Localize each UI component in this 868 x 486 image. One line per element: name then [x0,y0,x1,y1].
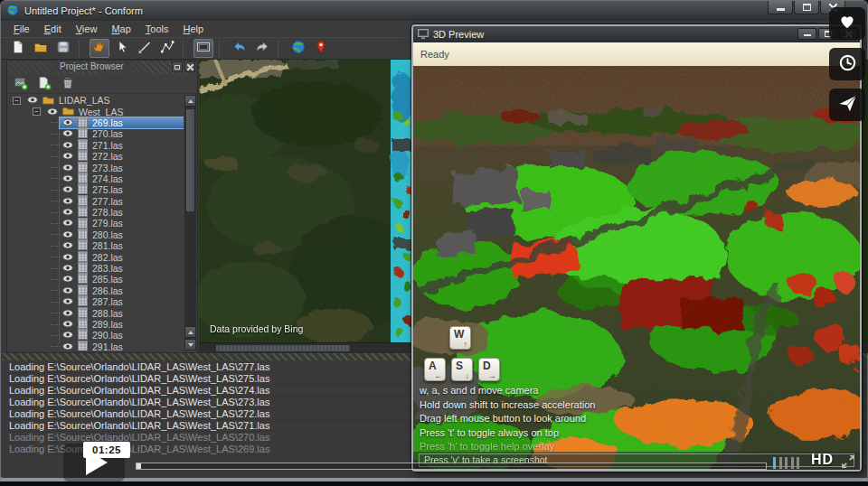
menu-file[interactable]: File [6,23,37,35]
visibility-eye-icon[interactable] [62,263,73,274]
add-raster-button[interactable] [13,76,28,91]
tree-item-file[interactable]: 269.las [9,117,184,128]
project-browser-panel: Project Browser −LIDAR_LAS−West_LAS269.l… [6,60,198,353]
visibility-eye-icon[interactable] [62,207,73,218]
visibility-eye-icon[interactable] [62,196,73,207]
tree-item-file[interactable]: 280.las [9,229,184,240]
tree-item-file[interactable]: 282.las [9,251,184,262]
tree-item-file[interactable]: 289.las [9,319,184,330]
maximize-button[interactable] [794,1,819,14]
tree-item-file[interactable]: 288.las [9,307,184,318]
pan-hand-tool-button[interactable] [90,39,109,58]
visibility-eye-icon[interactable] [62,117,73,128]
visibility-eye-icon[interactable] [27,95,38,106]
tree-item-file[interactable]: 287.las [9,296,184,307]
menu-tools[interactable]: Tools [138,23,176,35]
visibility-eye-icon[interactable] [62,184,73,195]
map-pin-button[interactable] [311,39,331,58]
undo-button[interactable] [230,39,250,58]
tree-item-file[interactable]: 272.las [9,151,184,162]
preview-3d-viewport[interactable]: W↑A←S↓D→ w, a, s and d move cameraHold d… [413,66,860,470]
visibility-eye-icon[interactable] [62,308,73,319]
visibility-eye-icon[interactable] [62,274,73,285]
preview-titlebar[interactable]: 3D Preview [413,26,860,42]
hd-badge[interactable]: HD [811,452,834,468]
tree-scrollbar[interactable] [184,95,196,350]
tree-item-label: 282.las [92,252,123,263]
new-document-button[interactable] [8,39,28,58]
visibility-eye-icon[interactable] [62,330,73,341]
app-titlebar[interactable]: Untitled Project* - Conform [1,1,867,21]
minimize-button[interactable] [768,1,793,14]
watch-later-clock-button[interactable] [829,48,865,80]
panel-close-button[interactable] [184,61,195,72]
map-scrollbar-thumb[interactable] [215,344,351,352]
visibility-eye-icon[interactable] [62,252,73,263]
tree-item-file[interactable]: 285.las [9,274,184,285]
tree-item-file[interactable]: 271.las [9,140,184,151]
like-heart-button[interactable] [829,7,865,40]
volume-bar[interactable] [779,457,782,469]
visibility-eye-icon[interactable] [62,163,73,173]
tree-item-file[interactable]: 277.las [9,196,184,207]
tree-item-file[interactable]: 274.las [9,173,184,184]
save-project-button[interactable] [53,39,73,58]
delete-item-button[interactable] [60,76,75,91]
menu-edit[interactable]: Edit [37,23,69,35]
volume-bar[interactable] [791,457,794,469]
panel-float-button[interactable] [172,61,183,72]
web-map-button[interactable] [288,39,308,58]
menu-help[interactable]: Help [175,23,211,35]
menu-map[interactable]: Map [104,23,137,35]
volume-control[interactable] [773,457,799,469]
visibility-eye-icon[interactable] [62,173,73,184]
visibility-eye-icon[interactable] [62,285,73,296]
tree-folder-root[interactable]: −LIDAR_LAS [9,95,184,106]
tree-item-file[interactable]: 281.las [9,240,184,251]
project-browser-header[interactable]: Project Browser [7,61,197,74]
tree-item-file[interactable]: 270.las [9,128,184,139]
tree-item-file[interactable]: 283.las [9,263,184,274]
menu-view[interactable]: View [69,23,105,35]
preview-minimize-button[interactable] [797,28,816,40]
scrollbar-thumb[interactable] [185,108,195,212]
screen-capture-tool-button[interactable] [193,39,213,58]
draw-line-tool-button[interactable] [135,39,155,58]
fullscreen-button[interactable] [841,454,855,469]
watch-later-clock-icon [837,52,858,77]
scroll-up-button-2[interactable] [184,326,196,338]
visibility-eye-icon[interactable] [62,240,73,251]
visibility-eye-icon[interactable] [62,140,73,151]
select-cursor-tool-button[interactable] [112,39,132,58]
visibility-eye-icon[interactable] [62,218,73,229]
tree-item-file[interactable]: 286.las [9,285,184,296]
open-folder-button[interactable] [31,39,51,58]
polyline-tool-button[interactable] [157,39,177,58]
tree-item-file[interactable]: 279.las [9,218,184,229]
seek-bar[interactable] [136,463,767,470]
tree-collapse-toggle[interactable]: − [33,107,41,116]
redo-button[interactable] [252,39,272,58]
scroll-down-button[interactable] [184,339,196,350]
visibility-eye-icon[interactable] [62,128,73,139]
las-file-icon [78,341,88,350]
tree-item-file[interactable]: 273.las [9,162,184,173]
tree-item-file[interactable]: 290.las [9,330,184,341]
visibility-eye-icon[interactable] [62,151,73,162]
visibility-eye-icon[interactable] [47,107,58,117]
visibility-eye-icon[interactable] [62,296,73,307]
tree-item-file[interactable]: 291.las [9,341,184,350]
tree-collapse-toggle[interactable]: − [13,97,21,105]
tree-folder-sub[interactable]: −West_LAS [9,106,184,117]
visibility-eye-icon[interactable] [62,341,73,350]
tree-item-file[interactable]: 278.las [9,207,184,218]
share-paper-plane-button[interactable] [829,89,865,121]
volume-bar[interactable] [785,457,788,469]
visibility-eye-icon[interactable] [62,319,73,330]
add-file-button[interactable] [36,76,52,91]
visibility-eye-icon[interactable] [62,229,73,240]
scroll-up-button[interactable] [184,95,196,107]
volume-bar-active[interactable] [773,457,776,469]
volume-bar[interactable] [797,457,799,469]
tree-item-file[interactable]: 275.las [9,184,184,195]
